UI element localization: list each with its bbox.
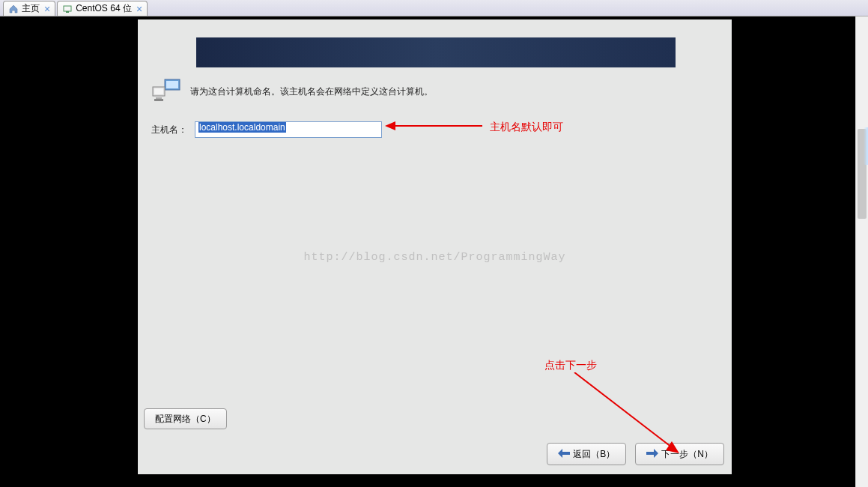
back-button[interactable]: 返回（B） [547,443,626,465]
tab-centos-label: CentOS 64 位 [76,2,132,15]
scrollbar-vertical[interactable] [855,16,868,487]
tab-home-label: 主页 [22,2,40,15]
hostname-label: 主机名： [151,124,187,136]
tab-centos[interactable]: CentOS 64 位 × [57,1,148,16]
svg-rect-3 [166,81,178,88]
nav-buttons: 返回（B） 下一步（N） [547,443,724,465]
svg-rect-1 [66,11,69,13]
back-button-label: 返回（B） [573,448,615,461]
watermark-text: http://blog.csdn.net/ProgrammingWay [303,251,565,264]
annotation-next-text: 点击下一步 [544,359,597,371]
next-button-label: 下一步（N） [661,448,713,461]
svg-rect-7 [154,99,163,101]
vm-icon [62,4,73,14]
svg-rect-5 [154,88,163,94]
hostname-row: 主机名： localhost.localdomain [151,121,718,138]
installer-window: 请为这台计算机命名。该主机名会在网络中定义这台计算机。 主机名： localho… [138,19,732,474]
tab-centos-close-icon[interactable]: × [136,4,142,14]
tab-home[interactable]: 主页 × [3,1,55,16]
vm-viewport: 请为这台计算机命名。该主机名会在网络中定义这台计算机。 主机名： localho… [0,16,868,487]
arrow-left-icon [558,447,570,461]
tab-home-close-icon[interactable]: × [44,4,50,14]
hostname-input-value: localhost.localdomain [198,122,286,133]
installer-content: 请为这台计算机命名。该主机名会在网络中定义这台计算机。 主机名： localho… [151,78,718,138]
svg-rect-6 [156,97,162,99]
svg-line-10 [574,372,672,447]
intro-text: 请为这台计算机命名。该主机名会在网络中定义这台计算机。 [190,85,433,98]
hostname-input[interactable]: localhost.localdomain [195,121,382,138]
intro-row: 请为这台计算机命名。该主机名会在网络中定义这台计算机。 [151,78,718,105]
tab-bar: 主页 × CentOS 64 位 × [0,0,868,16]
installer-header-bar [196,37,676,67]
configure-network-label: 配置网络（C） [155,414,216,424]
home-icon [8,4,19,14]
svg-rect-0 [64,6,71,11]
side-handle-icon [864,127,868,165]
configure-network-button[interactable]: 配置网络（C） [144,408,227,429]
arrow-right-icon [646,447,658,461]
annotation-next: 点击下一步 [544,359,597,372]
next-button[interactable]: 下一步（N） [635,443,724,465]
computer-network-icon [151,78,183,105]
